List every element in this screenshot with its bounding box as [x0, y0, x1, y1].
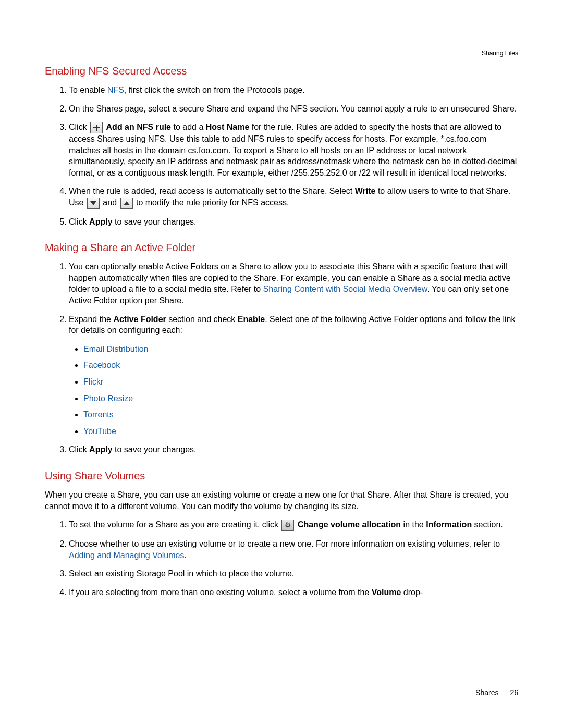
link-sharing-content[interactable]: Sharing Content with Social Media Overvi… — [263, 285, 427, 293]
link-facebook[interactable]: Facebook — [83, 361, 120, 369]
link-flickr[interactable]: Flickr — [83, 377, 103, 386]
bold-text: Apply — [89, 445, 112, 454]
list-item: Select an existing Storage Pool in which… — [69, 568, 518, 579]
paragraph: When you create a Share, you can use an … — [45, 489, 518, 512]
gear-icon: ⚙ — [282, 520, 294, 531]
list-item: To set the volume for a Share as you are… — [69, 519, 518, 531]
list-item: If you are selecting from more than one … — [69, 587, 518, 598]
text: in the — [401, 520, 426, 529]
list-item: Expand the Active Folder section and che… — [69, 314, 518, 437]
link-adding-volumes[interactable]: Adding and Managing Volumes — [69, 551, 185, 560]
sublist-active-folder: Email Distribution Facebook Flickr Photo… — [69, 343, 518, 437]
document-page: Sharing Files Enabling NFS Secured Acces… — [0, 0, 563, 728]
text: , first click the switch on from the Pro… — [124, 85, 305, 94]
down-arrow-icon — [87, 198, 100, 209]
plus-icon — [90, 122, 103, 133]
list-section2: You can optionally enable Active Folders… — [45, 261, 518, 455]
heading-enabling-nfs: Enabling NFS Secured Access — [45, 65, 518, 77]
text: to save your changes. — [113, 445, 197, 454]
list-item: Click Apply to save your changes. — [69, 444, 518, 455]
text: To set the volume for a Share as you are… — [69, 520, 280, 529]
text: section. — [472, 520, 503, 529]
heading-active-folder: Making a Share an Active Folder — [45, 242, 518, 254]
text: When the rule is added, read access is a… — [69, 187, 355, 195]
list-item: Click Add an NFS rule to add a Host Name… — [69, 121, 518, 178]
text: and — [101, 198, 119, 207]
text: To enable — [69, 85, 107, 94]
list-item: Torrents — [83, 409, 518, 421]
bold-text: Host Name — [206, 122, 250, 131]
list-item: Facebook — [83, 360, 518, 371]
bold-text: Apply — [89, 217, 112, 226]
text: . — [185, 551, 187, 560]
text: Click — [69, 122, 89, 131]
text: Click — [69, 445, 89, 454]
list-item: On the Shares page, select a secure Shar… — [69, 103, 518, 115]
list-section3: To set the volume for a Share as you are… — [45, 519, 518, 598]
up-arrow-icon — [120, 198, 133, 209]
text: If you are selecting from more than one … — [69, 588, 372, 597]
heading-share-volumes: Using Share Volumes — [45, 470, 518, 482]
text: to modify the rule priority for NFS acce… — [134, 198, 289, 207]
list-item: Photo Resize — [83, 393, 518, 404]
list-item: When the rule is added, read access is a… — [69, 186, 518, 208]
text: to save your changes. — [113, 217, 197, 226]
page-footer: Shares26 — [475, 688, 518, 697]
list-item: Click Apply to save your changes. — [69, 216, 518, 228]
list-item: Flickr — [83, 376, 518, 388]
footer-label: Shares — [475, 688, 498, 697]
bold-text: Information — [426, 520, 472, 529]
list-item: You can optionally enable Active Folders… — [69, 261, 518, 306]
bold-text: Volume — [372, 588, 401, 597]
list-item: To enable NFS, first click the switch on… — [69, 84, 518, 96]
link-photo-resize[interactable]: Photo Resize — [83, 394, 133, 403]
bold-text: Change volume allocation — [298, 520, 401, 529]
list-item: Choose whether to use an existing volume… — [69, 538, 518, 561]
text: drop- — [401, 588, 423, 597]
bold-text: Active Folder — [113, 315, 166, 324]
text: Expand the — [69, 315, 113, 324]
text: Choose whether to use an existing volume… — [69, 539, 500, 548]
text: Click — [69, 217, 89, 226]
link-torrents[interactable]: Torrents — [83, 410, 114, 419]
list-item: YouTube — [83, 426, 518, 437]
link-nfs[interactable]: NFS — [107, 85, 124, 94]
list-section1: To enable NFS, first click the switch on… — [45, 84, 518, 227]
list-item: Email Distribution — [83, 343, 518, 355]
link-youtube[interactable]: YouTube — [83, 427, 116, 436]
link-email-distribution[interactable]: Email Distribution — [83, 344, 148, 353]
bold-text: Write — [355, 187, 376, 195]
breadcrumb: Sharing Files — [482, 50, 518, 57]
text: to add a — [171, 122, 206, 131]
bold-text: Add an NFS rule — [106, 122, 171, 131]
bold-text: Enable — [238, 315, 265, 324]
text: section and check — [166, 315, 238, 324]
page-number: 26 — [510, 688, 518, 697]
